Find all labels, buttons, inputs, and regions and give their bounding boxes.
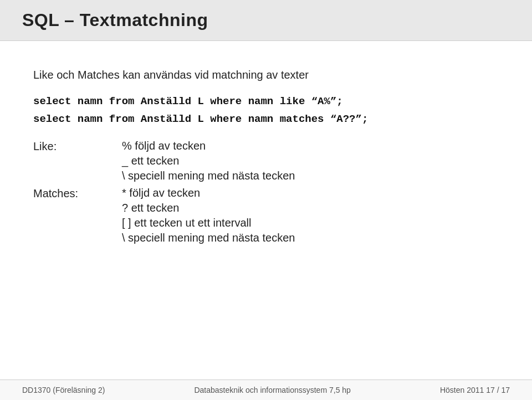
matches-item-1: * följd av tecken <box>122 187 295 199</box>
code-line-2: select namn from Anställd L where namn m… <box>33 110 499 128</box>
slide-title: SQL – Textmatchning <box>22 10 510 30</box>
description-table: Like: % följd av tecken _ ett tecken \ s… <box>33 140 499 248</box>
like-label: Like: <box>33 140 122 153</box>
like-item-1: % följd av tecken <box>122 140 295 152</box>
matches-item-4: \ speciell mening med nästa tecken <box>122 232 295 244</box>
matches-row: Matches: * följd av tecken ? ett tecken … <box>33 187 499 244</box>
footer-left: DD1370 (Föreläsning 2) <box>22 386 105 394</box>
intro-text: Like och Matches kan användas vid matchn… <box>33 69 499 81</box>
slide-content: Like och Matches kan användas vid matchn… <box>0 41 532 380</box>
like-row: Like: % följd av tecken _ ett tecken \ s… <box>33 140 499 182</box>
matches-item-2: ? ett tecken <box>122 202 295 214</box>
matches-label: Matches: <box>33 187 122 200</box>
slide-header: SQL – Textmatchning <box>0 0 532 41</box>
like-item-2: _ ett tecken <box>122 155 295 167</box>
slide: SQL – Textmatchning Like och Matches kan… <box>0 0 532 400</box>
footer-right: Hösten 2011 17 / 17 <box>440 386 510 394</box>
like-item-3: \ speciell mening med nästa tecken <box>122 170 295 182</box>
footer-center: Databasteknik och informationssystem 7,5… <box>194 386 350 394</box>
matches-item-3: [ ] ett tecken ut ett intervall <box>122 217 295 229</box>
like-items: % följd av tecken _ ett tecken \ speciel… <box>122 140 295 182</box>
slide-footer: DD1370 (Föreläsning 2) Databasteknik och… <box>0 380 532 400</box>
code-block: select namn from Anställd L where namn l… <box>33 93 499 129</box>
code-line-1: select namn from Anställd L where namn l… <box>33 93 499 110</box>
matches-items: * följd av tecken ? ett tecken [ ] ett t… <box>122 187 295 244</box>
